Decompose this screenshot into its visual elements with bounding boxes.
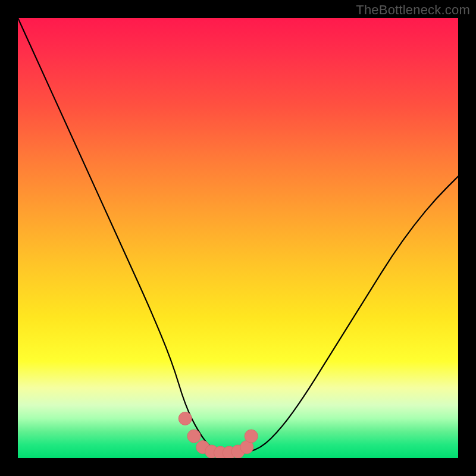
marker-point: [187, 430, 201, 443]
highlighted-points: [178, 412, 258, 458]
curve-layer: [18, 18, 458, 458]
plot-area: [18, 18, 458, 458]
bottleneck-curve: [18, 18, 458, 454]
marker-point: [245, 430, 258, 443]
chart-frame: TheBottleneck.com: [0, 0, 476, 476]
marker-point: [178, 412, 192, 425]
watermark-text: TheBottleneck.com: [356, 2, 470, 18]
